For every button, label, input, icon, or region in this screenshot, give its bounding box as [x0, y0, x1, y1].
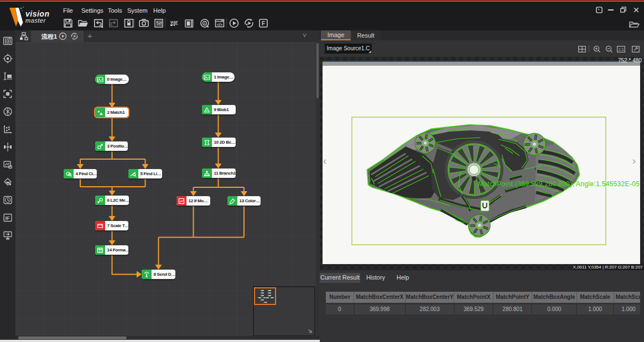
- svg-text:var: var: [170, 19, 178, 25]
- svg-text:1:1: 1:1: [619, 48, 624, 51]
- svg-text:</>: </>: [217, 23, 222, 27]
- svg-text:IF: IF: [6, 215, 11, 221]
- svg-text:F: F: [262, 20, 265, 27]
